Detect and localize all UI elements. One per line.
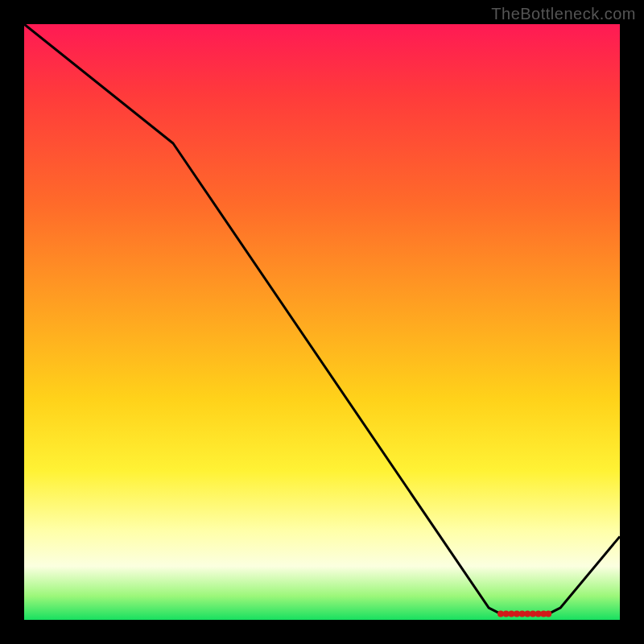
bottleneck-curve [24,24,620,614]
plot-area [24,24,620,620]
optimal-range-markers [497,611,551,617]
chart-frame: TheBottleneck.com [0,0,644,644]
chart-overlay-svg [24,24,620,620]
attribution-label: TheBottleneck.com [491,5,636,23]
marker-dot [545,611,551,617]
